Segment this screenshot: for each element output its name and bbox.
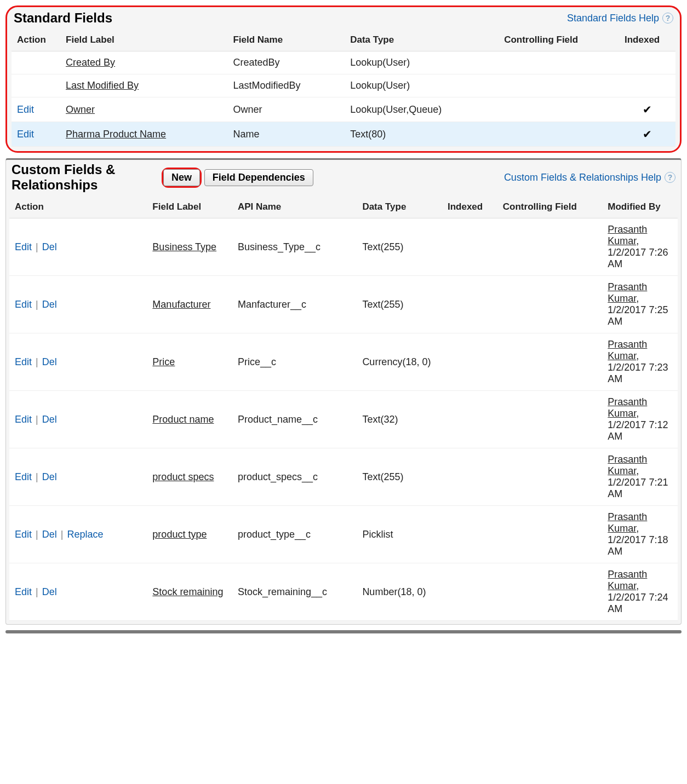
custom-fields-buttons: New Field Dependencies bbox=[154, 168, 504, 188]
new-button[interactable]: New bbox=[163, 169, 200, 186]
custom-fields-table: Action Field Label API Name Data Type In… bbox=[9, 196, 678, 621]
del-link[interactable]: Del bbox=[42, 471, 57, 482]
api-name: Price__c bbox=[232, 333, 357, 391]
col-type: Data Type bbox=[357, 196, 442, 218]
field-name: CreatedBy bbox=[227, 51, 345, 74]
standard-fields-title: Standard Fields bbox=[14, 10, 112, 26]
del-link[interactable]: Del bbox=[42, 414, 57, 425]
controlling-field bbox=[499, 74, 619, 97]
modified-by-link[interactable]: Prasanth Kumar bbox=[608, 511, 647, 534]
col-controlling: Controlling Field bbox=[499, 29, 619, 51]
col-label: Field Label bbox=[60, 29, 227, 51]
data-type: Currency(18, 0) bbox=[357, 333, 442, 391]
standard-fields-help-label: Standard Fields Help bbox=[567, 13, 659, 24]
field-dependencies-button[interactable]: Field Dependencies bbox=[204, 169, 313, 186]
data-type: Text(80) bbox=[345, 122, 499, 147]
table-row: EditPharma Product NameNameText(80)✔ bbox=[12, 122, 675, 147]
data-type: Number(18, 0) bbox=[357, 563, 442, 621]
help-icon: ? bbox=[665, 172, 675, 183]
standard-fields-header: Standard Fields Standard Fields Help ? bbox=[8, 8, 679, 29]
data-type: Picklist bbox=[357, 506, 442, 563]
col-action: Action bbox=[9, 196, 147, 218]
controlling-field bbox=[497, 333, 603, 391]
field-label-link[interactable]: product type bbox=[152, 529, 207, 540]
field-label-link[interactable]: Product name bbox=[152, 414, 214, 425]
indexed-cell: ✔ bbox=[619, 97, 675, 122]
indexed-cell bbox=[442, 276, 497, 333]
field-label-link[interactable]: Created By bbox=[66, 57, 115, 68]
indexed-cell bbox=[442, 218, 497, 276]
indexed-cell: ✔ bbox=[619, 122, 675, 147]
indexed-cell bbox=[442, 333, 497, 391]
custom-fields-help-label: Custom Fields & Relationships Help bbox=[504, 172, 661, 183]
data-type: Text(255) bbox=[357, 448, 442, 506]
col-indexed: Indexed bbox=[619, 29, 675, 51]
del-link[interactable]: Del bbox=[42, 299, 57, 310]
edit-link[interactable]: Edit bbox=[17, 129, 34, 140]
del-link[interactable]: Del bbox=[42, 586, 57, 597]
table-row: Edit | DelPricePrice__cCurrency(18, 0)Pr… bbox=[9, 333, 678, 391]
controlling-field bbox=[497, 563, 603, 621]
col-controlling: Controlling Field bbox=[497, 196, 603, 218]
api-name: Manfacturer__c bbox=[232, 276, 357, 333]
controlling-field bbox=[497, 276, 603, 333]
field-label-link[interactable]: Business Type bbox=[152, 241, 216, 252]
controlling-field bbox=[497, 218, 603, 276]
controlling-field bbox=[499, 97, 619, 122]
field-label-link[interactable]: Manufacturer bbox=[152, 299, 210, 310]
indexed-cell bbox=[442, 506, 497, 563]
edit-link[interactable]: Edit bbox=[15, 241, 32, 252]
indexed-cell bbox=[619, 74, 675, 97]
table-row: Last Modified ByLastModifiedByLookup(Use… bbox=[12, 74, 675, 97]
field-label-link[interactable]: product specs bbox=[152, 471, 214, 482]
col-action: Action bbox=[12, 29, 60, 51]
field-label-link[interactable]: Owner bbox=[66, 104, 95, 115]
controlling-field bbox=[497, 448, 603, 506]
del-link[interactable]: Del bbox=[42, 529, 57, 540]
field-label-link[interactable]: Last Modified By bbox=[66, 80, 139, 91]
bottom-separator bbox=[5, 630, 682, 633]
new-button-highlight: New bbox=[162, 168, 202, 188]
api-name: product_type__c bbox=[232, 506, 357, 563]
edit-link[interactable]: Edit bbox=[15, 529, 32, 540]
edit-link[interactable]: Edit bbox=[15, 356, 32, 367]
api-name: Stock_remaining__c bbox=[232, 563, 357, 621]
data-type: Text(255) bbox=[357, 276, 442, 333]
modified-by-link[interactable]: Prasanth Kumar bbox=[608, 339, 647, 361]
custom-fields-help-link[interactable]: Custom Fields & Relationships Help ? bbox=[504, 172, 675, 183]
edit-link[interactable]: Edit bbox=[17, 104, 34, 115]
modified-by-link[interactable]: Prasanth Kumar bbox=[608, 454, 647, 476]
custom-fields-title: Custom Fields & Relationships bbox=[12, 162, 154, 193]
col-type: Data Type bbox=[345, 29, 499, 51]
modified-by-link[interactable]: Prasanth Kumar bbox=[608, 396, 647, 419]
col-name: Field Name bbox=[227, 29, 345, 51]
edit-link[interactable]: Edit bbox=[15, 586, 32, 597]
edit-link[interactable]: Edit bbox=[15, 471, 32, 482]
help-icon: ? bbox=[662, 13, 673, 24]
edit-link[interactable]: Edit bbox=[15, 414, 32, 425]
modified-by-link[interactable]: Prasanth Kumar bbox=[608, 569, 647, 591]
controlling-field bbox=[499, 122, 619, 147]
modified-by-link[interactable]: Prasanth Kumar bbox=[608, 281, 647, 304]
replace-link[interactable]: Replace bbox=[67, 529, 103, 540]
edit-link[interactable]: Edit bbox=[15, 299, 32, 310]
del-link[interactable]: Del bbox=[42, 241, 57, 252]
table-row: Created ByCreatedByLookup(User) bbox=[12, 51, 675, 74]
indexed-cell bbox=[442, 391, 497, 448]
controlling-field bbox=[497, 506, 603, 563]
controlling-field bbox=[497, 391, 603, 448]
standard-fields-help-link[interactable]: Standard Fields Help ? bbox=[567, 13, 673, 24]
field-label-link[interactable]: Price bbox=[152, 356, 175, 367]
custom-fields-panel: Custom Fields & Relationships New Field … bbox=[5, 158, 682, 625]
col-modified: Modified By bbox=[602, 196, 678, 218]
del-link[interactable]: Del bbox=[42, 356, 57, 367]
standard-fields-table: Action Field Label Field Name Data Type … bbox=[12, 29, 675, 147]
field-name: Owner bbox=[227, 97, 345, 122]
indexed-cell bbox=[442, 563, 497, 621]
field-label-link[interactable]: Pharma Product Name bbox=[66, 129, 166, 140]
data-type: Lookup(User) bbox=[345, 74, 499, 97]
data-type: Text(32) bbox=[357, 391, 442, 448]
field-label-link[interactable]: Stock remaining bbox=[152, 586, 223, 597]
data-type: Text(255) bbox=[357, 218, 442, 276]
modified-by-link[interactable]: Prasanth Kumar bbox=[608, 224, 647, 246]
